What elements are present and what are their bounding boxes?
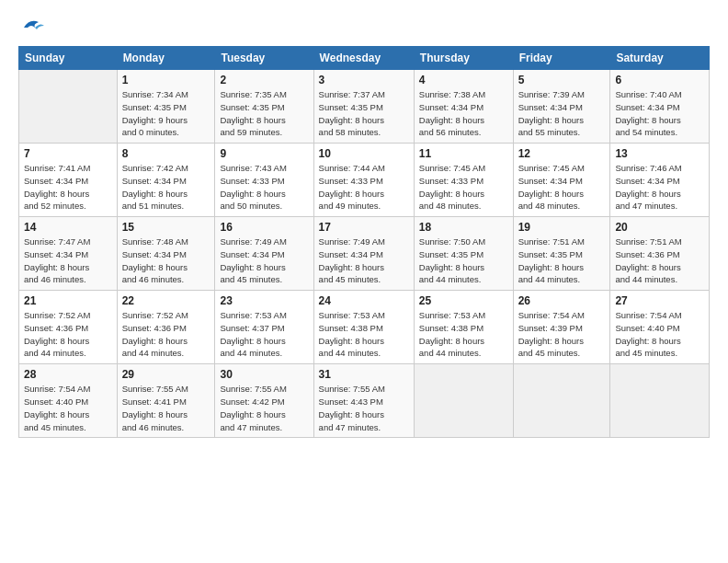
day-number: 21: [24, 294, 112, 307]
day-number: 31: [319, 368, 409, 381]
col-header-sunday: Sunday: [19, 47, 118, 70]
day-number: 25: [419, 294, 508, 307]
day-info: Sunrise: 7:50 AM Sunset: 4:35 PM Dayligh…: [419, 236, 508, 286]
day-info: Sunrise: 7:34 AM Sunset: 4:35 PM Dayligh…: [122, 88, 210, 139]
calendar-week-row: 21Sunrise: 7:52 AM Sunset: 4:36 PM Dayli…: [19, 291, 710, 364]
day-number: 30: [220, 368, 308, 381]
day-number: 3: [319, 74, 409, 86]
col-header-monday: Monday: [117, 47, 215, 70]
calendar-cell: 8Sunrise: 7:42 AM Sunset: 4:34 PM Daylig…: [117, 144, 215, 217]
day-info: Sunrise: 7:45 AM Sunset: 4:33 PM Dayligh…: [419, 162, 508, 213]
page: SundayMondayTuesdayWednesdayThursdayFrid…: [0, 0, 728, 563]
calendar-cell: 24Sunrise: 7:53 AM Sunset: 4:38 PM Dayli…: [313, 291, 414, 364]
calendar-cell: [19, 70, 118, 144]
day-info: Sunrise: 7:54 AM Sunset: 4:40 PM Dayligh…: [24, 383, 112, 433]
day-number: 22: [122, 294, 210, 307]
day-info: Sunrise: 7:39 AM Sunset: 4:34 PM Dayligh…: [518, 88, 606, 139]
calendar-cell: 20Sunrise: 7:51 AM Sunset: 4:36 PM Dayli…: [610, 217, 710, 291]
day-info: Sunrise: 7:40 AM Sunset: 4:34 PM Dayligh…: [615, 88, 704, 139]
day-info: Sunrise: 7:54 AM Sunset: 4:40 PM Dayligh…: [615, 309, 704, 360]
calendar-cell: [414, 364, 513, 438]
calendar-cell: 15Sunrise: 7:48 AM Sunset: 4:34 PM Dayli…: [117, 217, 215, 291]
calendar-header-row: SundayMondayTuesdayWednesdayThursdayFrid…: [19, 47, 710, 70]
day-info: Sunrise: 7:41 AM Sunset: 4:34 PM Dayligh…: [24, 162, 112, 213]
calendar-cell: 29Sunrise: 7:55 AM Sunset: 4:41 PM Dayli…: [117, 364, 215, 438]
day-number: 2: [220, 74, 308, 86]
col-header-friday: Friday: [513, 47, 610, 70]
day-info: Sunrise: 7:53 AM Sunset: 4:37 PM Dayligh…: [220, 309, 308, 360]
calendar-week-row: 1Sunrise: 7:34 AM Sunset: 4:35 PM Daylig…: [19, 70, 710, 144]
day-number: 11: [419, 147, 508, 160]
day-number: 14: [24, 221, 112, 234]
day-number: 13: [615, 147, 704, 160]
day-number: 27: [615, 294, 704, 307]
calendar-cell: 27Sunrise: 7:54 AM Sunset: 4:40 PM Dayli…: [610, 291, 710, 364]
day-number: 1: [122, 74, 210, 86]
day-number: 9: [220, 147, 308, 160]
calendar-cell: 17Sunrise: 7:49 AM Sunset: 4:34 PM Dayli…: [313, 217, 414, 291]
day-info: Sunrise: 7:54 AM Sunset: 4:39 PM Dayligh…: [518, 309, 606, 360]
day-number: 8: [122, 147, 210, 160]
calendar-cell: 25Sunrise: 7:53 AM Sunset: 4:38 PM Dayli…: [414, 291, 513, 364]
day-info: Sunrise: 7:52 AM Sunset: 4:36 PM Dayligh…: [24, 309, 112, 360]
calendar-cell: 13Sunrise: 7:46 AM Sunset: 4:34 PM Dayli…: [610, 144, 710, 217]
day-number: 24: [319, 294, 409, 307]
calendar-cell: 23Sunrise: 7:53 AM Sunset: 4:37 PM Dayli…: [215, 291, 313, 364]
calendar-cell: 1Sunrise: 7:34 AM Sunset: 4:35 PM Daylig…: [117, 70, 215, 144]
day-number: 5: [518, 74, 606, 86]
day-number: 17: [319, 221, 409, 234]
calendar-cell: 9Sunrise: 7:43 AM Sunset: 4:33 PM Daylig…: [215, 144, 313, 217]
calendar-cell: 18Sunrise: 7:50 AM Sunset: 4:35 PM Dayli…: [414, 217, 513, 291]
day-info: Sunrise: 7:55 AM Sunset: 4:42 PM Dayligh…: [220, 383, 308, 433]
header: [18, 15, 710, 37]
day-info: Sunrise: 7:49 AM Sunset: 4:34 PM Dayligh…: [220, 236, 308, 286]
day-number: 26: [518, 294, 606, 307]
day-info: Sunrise: 7:37 AM Sunset: 4:35 PM Dayligh…: [319, 88, 409, 139]
day-number: 19: [518, 221, 606, 234]
day-info: Sunrise: 7:51 AM Sunset: 4:36 PM Dayligh…: [615, 236, 704, 286]
day-number: 7: [24, 147, 112, 160]
day-info: Sunrise: 7:43 AM Sunset: 4:33 PM Dayligh…: [220, 162, 308, 213]
calendar-cell: 4Sunrise: 7:38 AM Sunset: 4:34 PM Daylig…: [414, 70, 513, 144]
calendar-cell: 16Sunrise: 7:49 AM Sunset: 4:34 PM Dayli…: [215, 217, 313, 291]
calendar-cell: 14Sunrise: 7:47 AM Sunset: 4:34 PM Dayli…: [19, 217, 118, 291]
day-info: Sunrise: 7:48 AM Sunset: 4:34 PM Dayligh…: [122, 236, 210, 286]
calendar-cell: 30Sunrise: 7:55 AM Sunset: 4:42 PM Dayli…: [215, 364, 313, 438]
day-info: Sunrise: 7:49 AM Sunset: 4:34 PM Dayligh…: [319, 236, 409, 286]
day-number: 15: [122, 221, 210, 234]
logo-bird-icon: [20, 15, 46, 40]
col-header-thursday: Thursday: [414, 47, 513, 70]
day-number: 29: [122, 368, 210, 381]
calendar-cell: 10Sunrise: 7:44 AM Sunset: 4:33 PM Dayli…: [313, 144, 414, 217]
day-info: Sunrise: 7:46 AM Sunset: 4:34 PM Dayligh…: [615, 162, 704, 213]
calendar-cell: 7Sunrise: 7:41 AM Sunset: 4:34 PM Daylig…: [19, 144, 118, 217]
day-info: Sunrise: 7:53 AM Sunset: 4:38 PM Dayligh…: [319, 309, 409, 360]
day-info: Sunrise: 7:51 AM Sunset: 4:35 PM Dayligh…: [518, 236, 606, 286]
calendar-cell: 28Sunrise: 7:54 AM Sunset: 4:40 PM Dayli…: [19, 364, 118, 438]
calendar-cell: 31Sunrise: 7:55 AM Sunset: 4:43 PM Dayli…: [313, 364, 414, 438]
day-info: Sunrise: 7:52 AM Sunset: 4:36 PM Dayligh…: [122, 309, 210, 360]
day-number: 18: [419, 221, 508, 234]
day-info: Sunrise: 7:35 AM Sunset: 4:35 PM Dayligh…: [220, 88, 308, 139]
day-info: Sunrise: 7:38 AM Sunset: 4:34 PM Dayligh…: [419, 88, 508, 139]
calendar-week-row: 28Sunrise: 7:54 AM Sunset: 4:40 PM Dayli…: [19, 364, 710, 438]
day-info: Sunrise: 7:42 AM Sunset: 4:34 PM Dayligh…: [122, 162, 210, 213]
col-header-wednesday: Wednesday: [313, 47, 414, 70]
day-info: Sunrise: 7:55 AM Sunset: 4:41 PM Dayligh…: [122, 383, 210, 433]
calendar-cell: 3Sunrise: 7:37 AM Sunset: 4:35 PM Daylig…: [313, 70, 414, 144]
calendar-cell: 2Sunrise: 7:35 AM Sunset: 4:35 PM Daylig…: [215, 70, 313, 144]
calendar-cell: 11Sunrise: 7:45 AM Sunset: 4:33 PM Dayli…: [414, 144, 513, 217]
day-number: 12: [518, 147, 606, 160]
day-number: 10: [319, 147, 409, 160]
day-number: 28: [24, 368, 112, 381]
day-number: 20: [615, 221, 704, 234]
day-info: Sunrise: 7:47 AM Sunset: 4:34 PM Dayligh…: [24, 236, 112, 286]
day-info: Sunrise: 7:55 AM Sunset: 4:43 PM Dayligh…: [319, 383, 409, 433]
day-info: Sunrise: 7:45 AM Sunset: 4:34 PM Dayligh…: [518, 162, 606, 213]
calendar-cell: 12Sunrise: 7:45 AM Sunset: 4:34 PM Dayli…: [513, 144, 610, 217]
calendar-week-row: 14Sunrise: 7:47 AM Sunset: 4:34 PM Dayli…: [19, 217, 710, 291]
day-info: Sunrise: 7:44 AM Sunset: 4:33 PM Dayligh…: [319, 162, 409, 213]
calendar-week-row: 7Sunrise: 7:41 AM Sunset: 4:34 PM Daylig…: [19, 144, 710, 217]
calendar-cell: 26Sunrise: 7:54 AM Sunset: 4:39 PM Dayli…: [513, 291, 610, 364]
calendar-cell: 19Sunrise: 7:51 AM Sunset: 4:35 PM Dayli…: [513, 217, 610, 291]
